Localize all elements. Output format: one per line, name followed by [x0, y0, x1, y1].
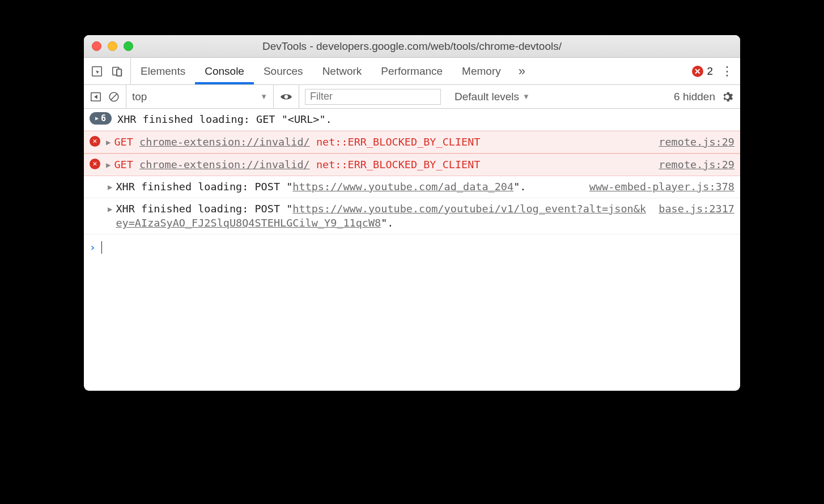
filter-input[interactable] [305, 89, 441, 105]
request-url[interactable]: chrome-extension://invalid/ [139, 159, 310, 170]
log-level-value: Default levels [455, 91, 519, 103]
source-link[interactable]: remote.js:29 [659, 157, 734, 172]
http-method: GET [114, 159, 133, 170]
prompt-caret-icon: › [90, 240, 96, 254]
error-icon: ✕ [90, 136, 100, 147]
tab-performance[interactable]: Performance [371, 58, 452, 84]
sidebar-toggle-icon[interactable] [90, 91, 102, 103]
titlebar: DevTools - developers.google.com/web/too… [84, 35, 740, 58]
dropdown-arrow-icon: ▼ [523, 92, 530, 101]
tab-elements[interactable]: Elements [131, 58, 195, 84]
dropdown-arrow-icon: ▼ [260, 92, 267, 101]
error-counter[interactable]: ✕ 2 [692, 65, 713, 78]
empty-space [84, 260, 740, 391]
group-count-badge: 6 [90, 112, 112, 125]
console-prompt[interactable]: › [84, 234, 740, 260]
hidden-count[interactable]: 6 hidden [674, 91, 715, 103]
tab-console[interactable]: Console [195, 58, 254, 84]
log-prefix: XHR finished loading: POST " [116, 181, 292, 193]
request-url[interactable]: https://www.youtube.com/ad_data_204 [292, 181, 513, 193]
execution-context-selector[interactable]: top ▼ [126, 85, 274, 108]
gear-icon[interactable] [721, 91, 733, 103]
source-link[interactable]: www-embed-player.js:378 [589, 180, 734, 194]
console-error-row[interactable]: ✕ ▶ GET chrome-extension://invalid/ net:… [84, 153, 740, 176]
error-icon: ✕ [90, 159, 100, 169]
minimize-icon[interactable] [108, 41, 117, 51]
error-code: net::ERR_BLOCKED_BY_CLIENT [316, 159, 481, 170]
console-messages: 6 XHR finished loading: GET "<URL>". ✕ ▶… [84, 109, 740, 260]
console-toolbar: top ▼ Default levels ▼ 6 hidden [84, 85, 740, 109]
clear-console-icon[interactable] [108, 91, 120, 103]
device-toggle-icon[interactable] [111, 65, 124, 78]
settings-menu-icon[interactable]: ⋮ [719, 64, 736, 79]
error-code: net::ERR_BLOCKED_BY_CLIENT [316, 136, 481, 148]
live-expression-icon[interactable] [279, 90, 293, 104]
expand-arrow-icon[interactable]: ▶ [106, 137, 111, 148]
tab-memory[interactable]: Memory [452, 58, 511, 84]
http-method: GET [114, 136, 133, 148]
inspect-icon[interactable] [91, 65, 103, 78]
expand-arrow-icon[interactable]: ▶ [108, 182, 112, 193]
log-suffix: ". [381, 217, 393, 229]
text-cursor [101, 241, 103, 254]
tab-network[interactable]: Network [313, 58, 372, 84]
console-error-row[interactable]: ✕ ▶ GET chrome-extension://invalid/ net:… [84, 131, 740, 153]
error-icon: ✕ [692, 66, 703, 77]
source-link[interactable]: remote.js:29 [659, 135, 734, 150]
context-value: top [132, 91, 147, 103]
zoom-icon[interactable] [124, 41, 133, 51]
expand-arrow-icon[interactable]: ▶ [108, 204, 112, 215]
traffic-lights [92, 41, 133, 51]
log-suffix: ". [513, 181, 526, 193]
panel-tabs: Elements Console Sources Network Perform… [84, 58, 740, 85]
request-url[interactable]: chrome-extension://invalid/ [139, 136, 310, 148]
message-group[interactable]: 6 XHR finished loading: GET "<URL>". [84, 109, 740, 131]
error-count: 2 [707, 65, 713, 78]
svg-line-6 [111, 93, 117, 100]
svg-point-7 [284, 95, 288, 98]
log-prefix: XHR finished loading: POST " [116, 203, 292, 215]
console-log-row[interactable]: ▶ XHR finished loading: POST "https://ww… [84, 176, 740, 198]
close-icon[interactable] [92, 41, 101, 51]
source-link[interactable]: base.js:2317 [659, 202, 734, 216]
group-message: XHR finished loading: GET "<URL>". [117, 112, 734, 127]
log-level-selector[interactable]: Default levels ▼ [447, 91, 538, 103]
svg-rect-2 [117, 69, 121, 76]
devtools-window: DevTools - developers.google.com/web/too… [84, 35, 740, 391]
window-title: DevTools - developers.google.com/web/too… [84, 40, 740, 53]
console-log-row[interactable]: ▶ XHR finished loading: POST "https://ww… [84, 198, 740, 235]
expand-arrow-icon[interactable]: ▶ [106, 160, 111, 171]
tab-sources[interactable]: Sources [254, 58, 313, 84]
more-tabs-icon[interactable]: » [519, 64, 525, 79]
